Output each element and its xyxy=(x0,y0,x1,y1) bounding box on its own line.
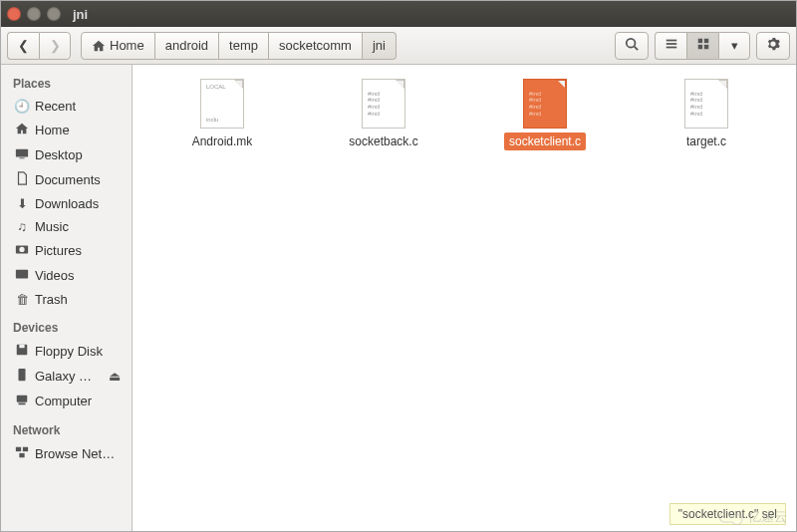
file-manager-window: jni ❮ ❯ Home android temp socketcomm jni xyxy=(0,0,797,532)
network-icon xyxy=(15,445,29,462)
video-icon xyxy=(15,267,29,284)
sidebar-item-label: Trash xyxy=(35,292,68,307)
close-icon[interactable] xyxy=(7,7,21,21)
titlebar: jni xyxy=(1,1,796,27)
sidebar-item-recent[interactable]: 🕘Recent xyxy=(1,95,132,118)
sidebar-item-label: Floppy Disk xyxy=(35,344,103,359)
sidebar-item-downloads[interactable]: ⬇Downloads xyxy=(1,192,132,215)
svg-rect-19 xyxy=(16,447,21,451)
file-label: socketback.c xyxy=(344,133,422,150)
sidebar-item-floppy[interactable]: Floppy Disk xyxy=(1,339,132,364)
breadcrumb: Home android temp socketcomm jni xyxy=(81,32,397,60)
home-icon xyxy=(15,122,29,138)
maximize-icon[interactable] xyxy=(47,7,61,21)
sidebar-item-label: Videos xyxy=(35,268,75,283)
svg-rect-3 xyxy=(665,43,676,45)
nav-buttons: ❮ ❯ xyxy=(7,32,71,60)
sidebar-item-pictures[interactable]: Pictures xyxy=(1,238,132,263)
svg-rect-18 xyxy=(19,403,26,405)
settings-button[interactable] xyxy=(756,32,790,60)
forward-button[interactable]: ❯ xyxy=(39,32,71,60)
file-pane[interactable]: Android.mk #incl#incl#incl#incl socketba… xyxy=(133,65,796,531)
svg-line-1 xyxy=(635,47,639,51)
file-icon: #incl#incl#incl#incl xyxy=(523,79,567,129)
sidebar-item-label: Browse Net… xyxy=(35,446,115,461)
file-icon: #incl#incl#incl#incl xyxy=(684,79,728,129)
sidebar-item-music[interactable]: ♫Music xyxy=(1,215,132,238)
breadcrumb-home[interactable]: Home xyxy=(81,32,155,60)
view-mode-group: ▾ xyxy=(655,32,750,60)
download-icon: ⬇ xyxy=(15,197,29,211)
breadcrumb-segment-temp[interactable]: temp xyxy=(219,32,269,60)
watermark-icon xyxy=(718,509,744,525)
search-button[interactable] xyxy=(615,32,649,60)
svg-rect-21 xyxy=(19,453,24,457)
svg-rect-17 xyxy=(17,396,28,402)
breadcrumb-segment-android[interactable]: android xyxy=(155,32,219,60)
sidebar-header-devices: Devices xyxy=(1,317,132,339)
trash-icon: 🗑 xyxy=(15,293,29,307)
sidebar-item-label: Computer xyxy=(35,394,92,408)
svg-point-12 xyxy=(19,247,24,252)
gear-icon xyxy=(766,37,780,54)
window-title: jni xyxy=(73,7,88,22)
sidebar-item-label: Desktop xyxy=(35,147,83,162)
file-label: socketclient.c xyxy=(504,133,586,150)
chevron-right-icon: ❯ xyxy=(50,38,61,53)
svg-rect-13 xyxy=(16,270,28,279)
file-icon: #incl#incl#incl#incl xyxy=(362,79,405,129)
file-label: Android.mk xyxy=(187,133,258,150)
breadcrumb-segment-jni[interactable]: jni xyxy=(363,32,397,60)
watermark-text: 亿速云 xyxy=(748,508,787,526)
sidebar-item-label: Galaxy … xyxy=(35,369,92,384)
clock-icon: 🕘 xyxy=(15,100,29,114)
sidebar-item-label: Recent xyxy=(35,99,76,114)
file-icon xyxy=(200,79,244,129)
file-label: target.c xyxy=(681,133,731,150)
svg-rect-15 xyxy=(19,345,24,349)
svg-rect-6 xyxy=(703,39,707,43)
file-item-target-c[interactable]: #incl#incl#incl#incl target.c xyxy=(641,79,772,150)
breadcrumb-segment-socketcomm[interactable]: socketcomm xyxy=(269,32,363,60)
file-grid: Android.mk #incl#incl#incl#incl socketba… xyxy=(133,65,796,164)
svg-rect-5 xyxy=(697,39,701,43)
chevron-down-icon: ▾ xyxy=(731,38,738,53)
svg-rect-4 xyxy=(665,47,676,49)
back-button[interactable]: ❮ xyxy=(7,32,39,60)
file-item-socketclient-c[interactable]: #incl#incl#incl#incl socketclient.c xyxy=(479,79,611,150)
minimize-icon[interactable] xyxy=(27,7,41,21)
sidebar-item-desktop[interactable]: Desktop xyxy=(1,142,132,167)
file-item-android-mk[interactable]: Android.mk xyxy=(156,79,288,150)
toolbar: ❮ ❯ Home android temp socketcomm jni ▾ xyxy=(1,27,796,65)
sidebar-header-network: Network xyxy=(1,419,132,441)
sidebar-item-documents[interactable]: Documents xyxy=(1,167,132,192)
desktop-icon xyxy=(15,146,29,163)
phone-icon xyxy=(15,368,29,385)
sidebar-item-videos[interactable]: Videos xyxy=(1,263,132,288)
sidebar: Places 🕘Recent Home Desktop Documents ⬇D… xyxy=(1,65,133,531)
sidebar-item-label: Downloads xyxy=(35,196,99,211)
eject-icon[interactable]: ⏏ xyxy=(108,370,122,384)
camera-icon xyxy=(15,242,29,259)
file-item-socketback-c[interactable]: #incl#incl#incl#incl socketback.c xyxy=(318,79,449,150)
computer-icon xyxy=(15,393,29,409)
chevron-left-icon: ❮ xyxy=(18,38,29,53)
sidebar-item-label: Documents xyxy=(35,172,101,187)
sidebar-item-browse-network[interactable]: Browse Net… xyxy=(1,441,132,466)
doc-icon xyxy=(15,171,29,188)
home-icon xyxy=(92,39,106,53)
svg-rect-10 xyxy=(19,157,24,158)
watermark: 亿速云 xyxy=(718,508,787,526)
svg-rect-8 xyxy=(703,45,707,49)
sidebar-item-galaxy[interactable]: Galaxy …⏏ xyxy=(1,364,132,389)
sidebar-item-home[interactable]: Home xyxy=(1,118,132,142)
svg-rect-2 xyxy=(665,40,676,42)
svg-rect-16 xyxy=(19,369,26,381)
view-list-button[interactable] xyxy=(655,32,686,60)
view-more-button[interactable]: ▾ xyxy=(718,32,750,60)
sidebar-item-computer[interactable]: Computer xyxy=(1,389,132,413)
sidebar-item-trash[interactable]: 🗑Trash xyxy=(1,288,132,311)
view-icons-button[interactable] xyxy=(686,32,718,60)
sidebar-item-label: Home xyxy=(35,123,70,137)
sidebar-header-places: Places xyxy=(1,73,132,95)
